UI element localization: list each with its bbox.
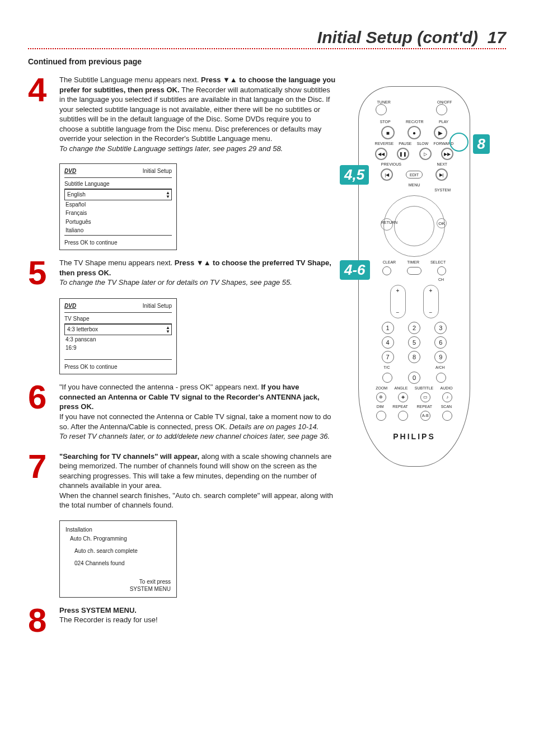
remote-control: 8 4,5 4-6 TUNER ON/OFF STOP REC/OTR: [358, 86, 470, 467]
minus-icon: −: [429, 309, 433, 316]
num-2-button[interactable]: 2: [408, 322, 420, 334]
scan-button[interactable]: [442, 411, 452, 421]
callout-circle-forward: [449, 133, 469, 152]
slow-button[interactable]: ▷: [419, 148, 432, 160]
next-icon: ▶|: [439, 172, 444, 177]
step5-text-intro: The TV Shape menu appears next.: [59, 259, 175, 267]
zoom-label: ZOOM: [376, 386, 387, 390]
record-button[interactable]: ●: [407, 126, 421, 139]
volume-rocker[interactable]: +−: [390, 285, 406, 318]
next-button[interactable]: ▶|: [435, 168, 448, 181]
repeat-ab-button[interactable]: A-B: [420, 411, 430, 421]
plus-icon: +: [396, 288, 400, 294]
subtitle-label: SUBTITLE: [415, 386, 433, 390]
clear-button[interactable]: [382, 266, 391, 275]
next-label: NEXT: [437, 162, 447, 166]
reverse-button[interactable]: ◀◀: [375, 148, 387, 160]
tuner-button[interactable]: [376, 104, 387, 115]
audio-label: AUDIO: [441, 386, 453, 390]
previous-button[interactable]: |◀: [381, 168, 393, 181]
separator-dots: [28, 48, 506, 49]
osd-item: Italiano: [64, 226, 172, 235]
tc-button[interactable]: [382, 373, 392, 383]
osd-footer: Press OK to continue: [64, 362, 172, 371]
previous-icon: |◀: [385, 172, 389, 177]
osd-logo: DVD: [64, 302, 76, 310]
num-3-button[interactable]: 3: [434, 322, 447, 334]
step8-text-bold: Press SYSTEM MENU.: [59, 606, 137, 614]
ok-button[interactable]: OK: [437, 218, 447, 228]
tuner-label: TUNER: [376, 100, 392, 104]
callout-4-6: 4-6: [340, 260, 370, 280]
step-number-7: 7: [28, 452, 53, 482]
subtitle-button[interactable]: ▭: [420, 392, 430, 402]
select-label: SELECT: [430, 260, 446, 264]
audio-button[interactable]: ♪: [442, 392, 452, 402]
plus-icon: +: [429, 288, 433, 294]
angle-label: ANGLE: [395, 386, 408, 390]
power-button[interactable]: [436, 104, 447, 115]
page-title: Initial Setup (cont'd): [317, 28, 478, 46]
select-button[interactable]: [437, 266, 446, 275]
dpad[interactable]: RETURN OK: [383, 195, 445, 257]
step5-text-note: To change the TV Shape later or for deta…: [59, 278, 292, 287]
stop-button[interactable]: ■: [381, 126, 395, 139]
osd-item-selected: 4:3 letterbox: [66, 325, 99, 334]
num-5-button[interactable]: 5: [408, 336, 420, 349]
osd-title: Initial Setup: [143, 167, 172, 175]
num-9-button[interactable]: 9: [434, 351, 447, 363]
step-number-4: 4: [28, 75, 53, 105]
callout-4-5: 4,5: [340, 165, 369, 185]
osd-installation: Installation: [65, 525, 171, 534]
pause-button[interactable]: ❚❚: [397, 148, 409, 160]
repeat-ab-label: REPEAT: [417, 405, 433, 408]
brand-label: PHILIPS: [359, 432, 470, 441]
zoom-button[interactable]: ⊕: [376, 392, 386, 402]
pause-icon: ❚❚: [399, 152, 407, 157]
angle-button[interactable]: ◈: [398, 392, 408, 402]
num-1-button[interactable]: 1: [382, 322, 394, 334]
stop-icon: ■: [386, 130, 390, 136]
osd-line2: 024 Channels found: [65, 559, 171, 568]
clear-label: CLEAR: [383, 260, 396, 264]
ach-button[interactable]: [436, 373, 446, 383]
ch-label: CH: [359, 278, 444, 281]
step-number-6: 6: [28, 382, 53, 412]
up-down-icon: ▲▼: [166, 326, 170, 334]
num-6-button[interactable]: 6: [434, 336, 447, 349]
continued-from: Continued from previous page: [28, 57, 506, 66]
osd-subtitle-language: DVD Initial Setup Subtitle Language Engl…: [59, 163, 177, 250]
scan-label: SCAN: [441, 405, 452, 408]
return-button[interactable]: RETURN: [381, 218, 393, 231]
osd-line1: Auto ch. search complete: [65, 547, 171, 556]
recotr-label: REC/OTR: [406, 120, 424, 124]
edit-button[interactable]: EDIT: [406, 171, 423, 179]
num-7-button[interactable]: 7: [382, 351, 394, 363]
step-7: 7 "Searching for TV channels" will appea…: [28, 452, 336, 510]
previous-label: PREVIOUS: [381, 162, 401, 166]
slow-label: SLOW: [417, 142, 429, 145]
num-8-button[interactable]: 8: [408, 351, 420, 363]
play-icon: ▶: [438, 130, 443, 136]
onoff-label: ON/OFF: [436, 100, 453, 104]
osd-foot1: To exit press: [65, 578, 171, 585]
osd-tv-shape: DVD Initial Setup TV Shape 4:3 letterbox…: [59, 298, 177, 374]
step6-text-note: To reset TV channels later, or to add/de…: [59, 432, 330, 440]
osd-auto-ch: Installation Auto Ch. Programming Auto c…: [59, 520, 177, 598]
osd-logo: DVD: [64, 167, 76, 175]
slow-icon: ▷: [424, 152, 427, 157]
step-number-8: 8: [28, 605, 53, 636]
osd-item: 16:9: [64, 344, 172, 353]
osd-item: 4:3 panscan: [64, 335, 172, 344]
forward-button[interactable]: ▶▶: [441, 148, 453, 160]
dim-button[interactable]: [376, 411, 386, 421]
ach-label: A/CH: [435, 365, 445, 369]
channel-rocker[interactable]: +−: [423, 285, 439, 318]
num-0-button[interactable]: 0: [408, 372, 420, 384]
minus-icon: −: [396, 309, 400, 316]
timer-label: TIMER: [407, 260, 419, 264]
num-4-button[interactable]: 4: [382, 336, 394, 349]
play-button[interactable]: ▶: [434, 126, 447, 139]
timer-button[interactable]: [407, 267, 421, 275]
repeat-button[interactable]: [398, 411, 408, 421]
